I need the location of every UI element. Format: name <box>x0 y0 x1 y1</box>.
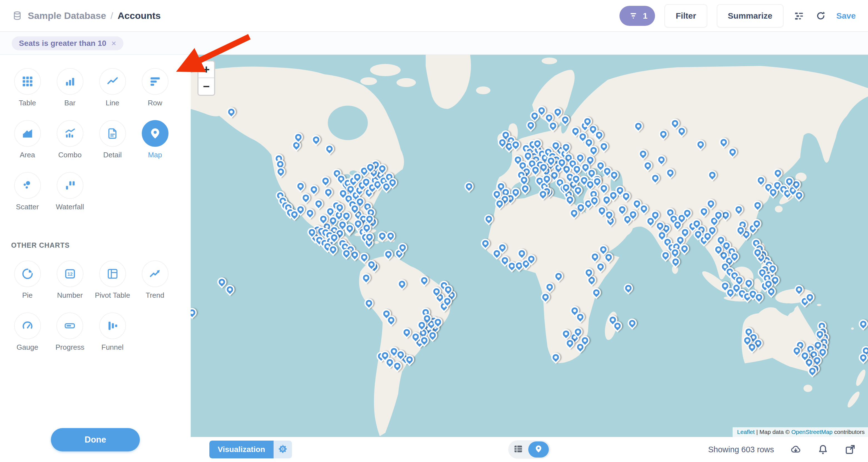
pin-icon <box>142 120 168 147</box>
breadcrumb-table[interactable]: Accounts <box>118 10 161 21</box>
chart-type-pie[interactable]: Pie <box>14 260 41 300</box>
chart-type-table[interactable]: Table <box>14 68 41 107</box>
funnel-icon <box>99 312 126 339</box>
openstreetmap-link[interactable]: OpenStreetMap <box>791 429 832 435</box>
map-pin-marker[interactable] <box>294 180 307 193</box>
map-pin-marker[interactable] <box>482 212 495 225</box>
chart-type-funnel[interactable]: Funnel <box>99 312 126 352</box>
chart-type-sidebar: TableBarLineRowAreaComboDetailMapScatter… <box>0 55 191 462</box>
notebook-icon[interactable] <box>793 10 805 22</box>
top-header: Sample Database / Accounts 1 Filter Summ… <box>0 0 868 32</box>
map-pin-marker[interactable] <box>382 248 395 261</box>
map-pin-marker[interactable] <box>396 277 409 290</box>
map-pin-marker[interactable] <box>742 277 755 290</box>
chart-type-number[interactable]: 12Number <box>57 260 84 300</box>
map-pin-marker[interactable] <box>655 153 668 166</box>
chart-type-bar[interactable]: Bar <box>57 68 84 107</box>
chart-type-waterfall[interactable]: Waterfall <box>56 172 84 211</box>
zoom-out-button[interactable]: − <box>198 78 214 95</box>
map-pin-marker[interactable] <box>626 317 639 330</box>
map-pin-marker[interactable] <box>274 165 287 178</box>
line-icon <box>99 68 126 95</box>
map-pin-marker[interactable] <box>669 255 682 268</box>
map-pin-marker[interactable] <box>463 180 476 193</box>
share-external-icon[interactable] <box>845 444 856 455</box>
chart-type-label: Waterfall <box>56 203 84 211</box>
map-pin-marker[interactable] <box>309 133 322 147</box>
chart-type-row[interactable]: Row <box>142 68 168 107</box>
chart-type-progress[interactable]: Progress <box>55 312 84 352</box>
map-pin-marker[interactable] <box>857 317 868 331</box>
map-pin-marker[interactable] <box>793 283 805 296</box>
map-pin-marker[interactable] <box>418 274 431 287</box>
map-pin-marker[interactable] <box>632 120 645 132</box>
pie-icon <box>14 260 41 287</box>
pivot-icon <box>99 260 126 287</box>
map-pin-marker[interactable] <box>308 183 320 196</box>
map-pin-marker[interactable] <box>323 143 336 156</box>
leaflet-link[interactable]: Leaflet <box>737 429 754 435</box>
map-pin-marker[interactable] <box>706 168 719 182</box>
filter-pill-seats[interactable]: Seats is greater than 10 × <box>12 36 123 50</box>
map-pin-marker[interactable] <box>384 229 397 242</box>
map-pin-marker[interactable] <box>319 174 332 187</box>
map-pin-marker[interactable] <box>649 172 662 185</box>
map-pin-marker[interactable] <box>300 191 312 205</box>
map-pin-marker[interactable] <box>717 136 731 149</box>
map-pin-marker[interactable] <box>223 283 237 296</box>
remove-filter-icon[interactable]: × <box>111 39 116 48</box>
map-pin-marker[interactable] <box>191 306 198 319</box>
map-pin-marker[interactable] <box>751 199 764 212</box>
done-button[interactable]: Done <box>51 428 140 452</box>
chart-type-combo[interactable]: Combo <box>57 120 84 159</box>
map-pin-marker[interactable] <box>616 203 629 216</box>
chart-type-pivot-table[interactable]: Pivot Table <box>95 260 130 300</box>
map-pin-marker[interactable] <box>549 351 562 364</box>
visualization-settings-button[interactable] <box>274 440 292 458</box>
map-view-toggle[interactable] <box>528 441 549 458</box>
alerts-bell-icon[interactable] <box>817 444 829 455</box>
map-pin-marker[interactable] <box>772 166 784 180</box>
map-pin-marker[interactable] <box>597 140 611 153</box>
summarize-button[interactable]: Summarize <box>717 4 783 28</box>
map-pin-marker[interactable] <box>637 147 650 160</box>
chart-type-scatter[interactable]: Scatter <box>14 172 41 211</box>
breadcrumb-database[interactable]: Sample Database <box>28 10 106 21</box>
map-visualization[interactable]: + − Leaflet | Map data © OpenStreetMap c… <box>191 55 868 437</box>
map-pin-marker[interactable] <box>225 105 238 118</box>
map-pin-marker[interactable] <box>303 207 316 220</box>
chart-type-detail[interactable]: Detail <box>99 120 126 159</box>
chart-type-area[interactable]: Area <box>14 120 41 159</box>
map-pin-marker[interactable] <box>642 159 654 172</box>
map-pin-marker[interactable] <box>312 197 325 210</box>
filter-button[interactable]: Filter <box>664 4 707 28</box>
chart-type-line[interactable]: Line <box>99 68 126 107</box>
map-pin-marker[interactable] <box>362 297 375 310</box>
map-pin-marker[interactable] <box>622 282 635 295</box>
chart-type-trend[interactable]: Trend <box>142 260 168 300</box>
map-pin-marker[interactable] <box>657 128 670 141</box>
map-pin-marker[interactable] <box>360 271 373 284</box>
map-pin-marker[interactable] <box>519 182 532 195</box>
map-pin-marker[interactable] <box>552 270 565 283</box>
refresh-icon[interactable] <box>815 10 827 22</box>
download-icon[interactable] <box>790 444 801 455</box>
breadcrumb: Sample Database / Accounts <box>11 10 161 22</box>
map-pin-marker[interactable] <box>664 166 677 179</box>
map-pin-marker[interactable] <box>726 146 739 159</box>
map-pin-marker[interactable] <box>732 203 745 216</box>
map-pin-marker[interactable] <box>694 138 707 151</box>
save-button[interactable]: Save <box>836 11 856 21</box>
visualization-button[interactable]: Visualization <box>209 440 274 458</box>
table-icon <box>513 444 523 455</box>
table-view-toggle[interactable] <box>508 444 528 455</box>
active-filter-count-badge[interactable]: 1 <box>619 6 655 26</box>
map-pin-marker[interactable] <box>590 286 603 299</box>
chart-type-map[interactable]: Map <box>142 120 168 159</box>
zoom-in-button[interactable]: + <box>198 61 214 78</box>
number-icon: 12 <box>57 260 84 287</box>
map-pin-marker[interactable] <box>543 280 556 294</box>
chart-type-gauge[interactable]: Gauge <box>14 312 41 352</box>
map-pin-marker[interactable] <box>322 186 335 199</box>
map-pin-marker[interactable] <box>479 237 492 250</box>
